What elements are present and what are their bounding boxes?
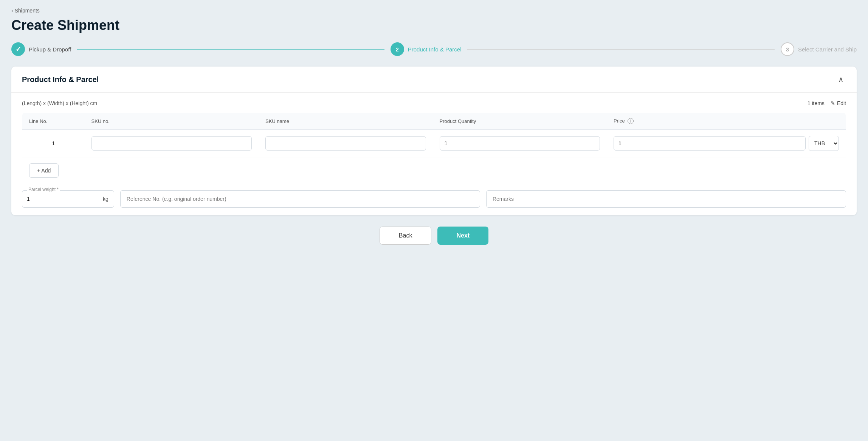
step-3-number: 3 <box>786 46 789 53</box>
col-price: Price i <box>607 113 846 130</box>
line-number: 1 <box>29 140 78 146</box>
sku-name-input[interactable] <box>265 136 426 151</box>
product-table: Line No. SKU no. SKU name Product Quanti… <box>22 112 846 184</box>
col-sku-no: SKU no. <box>85 113 259 130</box>
dimensions-row: (Length) x (Width) x (Height) cm 1 items… <box>22 100 846 106</box>
step-line-2 <box>467 49 774 50</box>
back-button[interactable]: Back <box>380 227 432 245</box>
step-3-circle: 3 <box>781 42 794 56</box>
card-body: (Length) x (Width) x (Height) cm 1 items… <box>11 93 857 215</box>
back-link-label: Shipments <box>15 8 40 14</box>
step-1-circle: ✓ <box>11 42 25 56</box>
items-count: 1 items <box>808 100 825 106</box>
parcel-weight-label: Parcel weight * <box>27 187 60 192</box>
add-cell: + Add <box>22 157 846 184</box>
step-3-label: Select Carrier and Ship <box>798 46 857 53</box>
reference-no-input[interactable] <box>120 190 480 208</box>
step-1-label: Pickup & Dropoff <box>29 46 71 53</box>
step-2: 2 Product Info & Parcel <box>391 42 462 56</box>
step-2-number: 2 <box>396 46 399 53</box>
back-to-shipments[interactable]: ‹ Shipments <box>11 8 40 14</box>
add-product-button[interactable]: + Add <box>29 163 59 178</box>
table-row: 1 THB <box>22 130 846 157</box>
quantity-input[interactable] <box>440 136 600 151</box>
price-input[interactable] <box>614 136 806 151</box>
stepper: ✓ Pickup & Dropoff 2 Product Info & Parc… <box>11 42 857 56</box>
col-product-qty: Product Quantity <box>433 113 607 130</box>
parcel-row: Parcel weight * kg <box>22 190 846 208</box>
card-title: Product Info & Parcel <box>22 75 99 84</box>
step-2-circle: 2 <box>391 42 404 56</box>
step-line-1 <box>77 49 384 50</box>
product-info-card: Product Info & Parcel ∧ (Length) x (Widt… <box>11 67 857 215</box>
sku-no-input[interactable] <box>91 136 252 151</box>
table-header-row: Line No. SKU no. SKU name Product Quanti… <box>22 113 846 130</box>
add-row: + Add <box>22 157 846 184</box>
cell-sku-no[interactable] <box>85 130 259 157</box>
remarks-input[interactable] <box>486 190 846 208</box>
col-sku-name: SKU name <box>259 113 433 130</box>
bottom-bar: Back Next <box>11 227 857 245</box>
dimensions-label: (Length) x (Width) x (Height) cm <box>22 100 97 106</box>
edit-button[interactable]: ✎ Edit <box>831 100 846 106</box>
parcel-weight-wrapper: Parcel weight * kg <box>22 190 114 208</box>
cell-price[interactable]: THB USD EUR SGD <box>607 130 846 157</box>
page-title: Create Shipment <box>11 17 857 33</box>
items-edit-group: 1 items ✎ Edit <box>808 100 846 106</box>
cell-sku-name[interactable] <box>259 130 433 157</box>
col-line-no: Line No. <box>22 113 85 130</box>
parcel-weight-input[interactable] <box>22 191 98 207</box>
step-1: ✓ Pickup & Dropoff <box>11 42 71 56</box>
step-3: 3 Select Carrier and Ship <box>781 42 857 56</box>
chevron-left-icon: ‹ <box>11 8 13 14</box>
cell-quantity[interactable] <box>433 130 607 157</box>
card-header: Product Info & Parcel ∧ <box>11 67 857 93</box>
price-info-icon: i <box>628 118 634 124</box>
cell-line-no: 1 <box>22 130 85 157</box>
edit-icon: ✎ <box>831 100 835 106</box>
edit-label: Edit <box>837 100 846 106</box>
collapse-button[interactable]: ∧ <box>836 74 846 85</box>
next-button[interactable]: Next <box>437 227 488 245</box>
parcel-weight-unit: kg <box>98 196 114 202</box>
step-2-label: Product Info & Parcel <box>408 46 462 53</box>
currency-select[interactable]: THB USD EUR SGD <box>809 136 839 151</box>
